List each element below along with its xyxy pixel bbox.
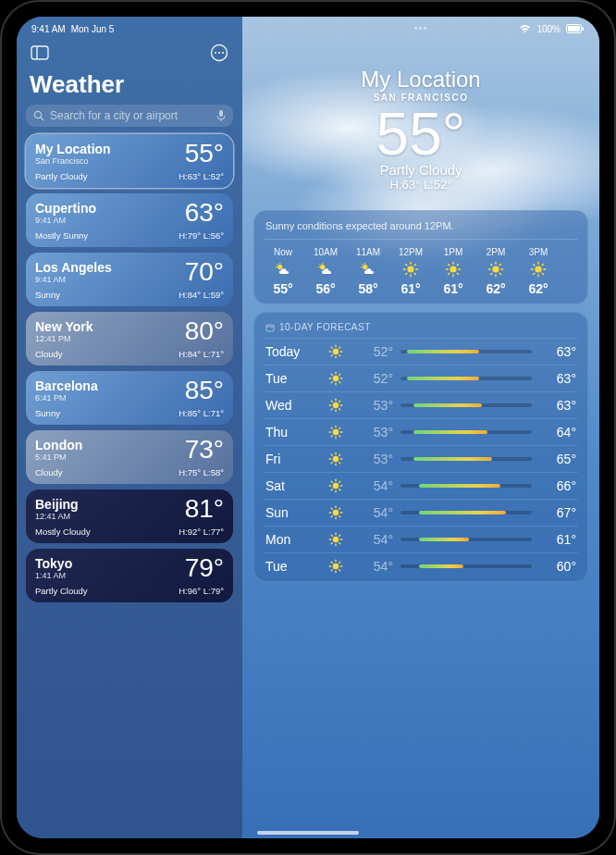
forecast-header: 10-DAY FORECAST (279, 322, 371, 332)
hour-temp: 58° (349, 281, 388, 296)
low-temp: 54° (354, 478, 393, 493)
current-conditions: My Location SAN FRANCISCO 55° Partly Clo… (242, 17, 599, 192)
forecast-card[interactable]: 10-DAY FORECAST Today 52° 63°Tue 52° 63°… (253, 312, 588, 582)
city-card[interactable]: Beijing 12:41 AM 81° Mostly Cloudy H:92°… (26, 489, 233, 543)
dictate-icon[interactable] (216, 109, 226, 122)
forecast-row[interactable]: Tue 54° 60° (264, 553, 578, 579)
svg-point-99 (333, 456, 339, 462)
svg-line-31 (414, 273, 415, 274)
svg-line-32 (406, 273, 407, 274)
forecast-row[interactable]: Mon 54° 61° (264, 527, 578, 553)
svg-point-90 (333, 429, 339, 435)
temp-range-bar (400, 538, 532, 541)
svg-line-113 (331, 481, 332, 482)
city-name: Los Angeles (35, 260, 112, 275)
temp-range-bar (400, 430, 532, 434)
temp-range-bar (400, 377, 532, 380)
hour-label: 1PM (434, 247, 473, 257)
forecast-row[interactable]: Sun 54° 67° (264, 500, 578, 527)
hour-temp: 61° (391, 281, 430, 296)
svg-line-77 (331, 374, 332, 375)
hour-label: 11AM (349, 247, 388, 257)
svg-line-79 (331, 382, 332, 383)
svg-point-52 (535, 266, 541, 272)
city-subtitle: 12:41 AM (35, 512, 79, 521)
high-temp: 66° (539, 478, 576, 493)
svg-line-42 (457, 265, 458, 266)
svg-line-86 (331, 401, 332, 402)
search-field[interactable] (26, 105, 233, 127)
city-list: My Location San Francisco 55° Partly Clo… (26, 134, 233, 602)
hour-label: 10AM (306, 247, 345, 257)
current-temp: 55° (242, 105, 599, 164)
hour-label: Now (264, 247, 302, 257)
high-temp: 63° (539, 371, 576, 386)
low-temp: 54° (354, 505, 393, 520)
day-label: Wed (265, 398, 317, 413)
calendar-icon (265, 323, 275, 332)
svg-line-70 (331, 355, 332, 356)
city-range: H:75° L:58° (179, 467, 224, 477)
search-input[interactable] (50, 109, 211, 122)
hour-cell: 12PM 61° (391, 247, 430, 296)
hour-label: 2PM (476, 247, 515, 257)
city-condition: Sunny (35, 290, 60, 300)
svg-rect-3 (31, 46, 48, 59)
svg-line-39 (449, 265, 450, 266)
forecast-row[interactable]: Thu 53° 64° (264, 419, 578, 446)
forecast-row[interactable]: Wed 53° 63° (264, 392, 578, 419)
hour-temp: 61° (434, 281, 473, 296)
temp-range-bar (400, 403, 532, 407)
city-temp: 55° (185, 142, 224, 165)
svg-point-34 (450, 266, 456, 272)
hour-label: 3PM (519, 247, 558, 257)
toggle-sidebar-button[interactable] (30, 43, 50, 63)
svg-line-116 (339, 481, 340, 482)
low-temp: 52° (354, 344, 393, 359)
forecast-row[interactable]: Tue 52° 63° (264, 366, 578, 392)
svg-line-122 (331, 508, 332, 509)
weather-icon (519, 261, 558, 278)
city-range: H:79° L:56° (179, 230, 224, 241)
city-card[interactable]: Barcelona 6:41 PM 85° Sunny H:85° L:71° (26, 371, 233, 425)
hourly-card[interactable]: Sunny conditions expected around 12PM. N… (253, 210, 588, 304)
low-temp: 53° (354, 452, 393, 466)
city-card[interactable]: My Location San Francisco 55° Partly Clo… (26, 134, 233, 188)
high-temp: 61° (539, 532, 576, 547)
forecast-row[interactable]: Fri 53° 65° (264, 446, 578, 473)
hour-cell: 11AM 58° (349, 247, 388, 296)
svg-line-123 (339, 516, 340, 517)
svg-line-143 (339, 562, 340, 563)
forecast-row[interactable]: Today 52° 63° (264, 339, 578, 366)
weather-icon (325, 532, 347, 547)
city-card[interactable]: New York 12:41 PM 80° Cloudy H:84° L:71° (26, 312, 233, 366)
city-card[interactable]: Los Angeles 9:41 AM 70° Sunny H:84° L:59… (26, 253, 233, 306)
hour-label: 12PM (391, 247, 430, 257)
svg-line-114 (339, 489, 340, 490)
svg-line-115 (331, 489, 332, 490)
svg-point-17 (320, 265, 325, 269)
hourly-row[interactable]: Now 55°10AM 56°11AM 58°12PM 61°1PM 61°2P… (264, 240, 578, 296)
city-subtitle: 1:41 AM (35, 571, 72, 580)
svg-point-25 (407, 266, 413, 272)
city-card[interactable]: Cupertino 9:41 AM 63° Mostly Sunny H:79°… (26, 193, 233, 247)
forecast-row[interactable]: Sat 54° 66° (264, 473, 578, 500)
svg-line-95 (331, 428, 332, 428)
battery-pct: 100% (536, 24, 561, 34)
main-panel[interactable]: ••• My Location SAN FRANCISCO 55° Partly… (242, 17, 599, 838)
city-condition: Cloudy (35, 349, 63, 359)
svg-line-71 (339, 347, 340, 348)
city-range: H:84° L:59° (179, 290, 224, 300)
city-card[interactable]: Tokyo 1:41 AM 79° Partly Cloudy H:96° L:… (26, 549, 233, 602)
svg-line-20 (319, 264, 320, 265)
hour-cell: 3PM 62° (519, 247, 558, 296)
city-subtitle: 9:41 AM (35, 275, 112, 284)
more-options-button[interactable] (209, 43, 229, 63)
city-name: Barcelona (35, 378, 98, 393)
high-temp: 60° (539, 559, 576, 574)
svg-line-88 (331, 409, 332, 410)
home-indicator[interactable] (257, 831, 359, 835)
city-card[interactable]: London 5:41 PM 73° Cloudy H:75° L:58° (26, 430, 233, 484)
current-condition: Partly Cloudy (242, 162, 599, 178)
day-label: Fri (265, 452, 317, 466)
